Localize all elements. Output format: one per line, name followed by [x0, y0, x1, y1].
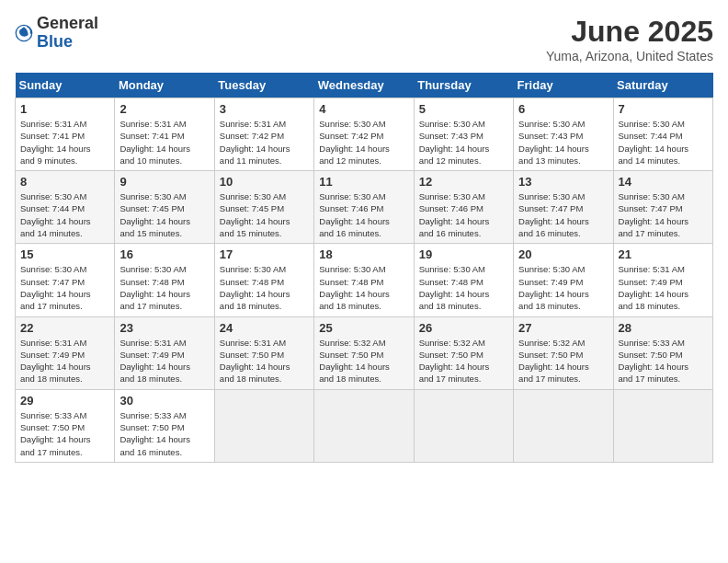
table-row: 7Sunrise: 5:30 AM Sunset: 7:44 PM Daylig… — [613, 98, 712, 171]
day-number: 26 — [419, 321, 508, 335]
table-row — [414, 389, 513, 462]
day-number: 14 — [619, 175, 708, 189]
table-row: 11Sunrise: 5:30 AM Sunset: 7:46 PM Dayli… — [314, 171, 414, 244]
table-row: 12Sunrise: 5:30 AM Sunset: 7:46 PM Dayli… — [414, 171, 513, 244]
table-row: 20Sunrise: 5:30 AM Sunset: 7:49 PM Dayli… — [514, 244, 613, 316]
calendar-week-row: 1Sunrise: 5:31 AM Sunset: 7:41 PM Daylig… — [16, 98, 713, 171]
page-header: General Blue June 2025 Yuma, Arizona, Un… — [15, 15, 713, 63]
calendar-week-row: 29Sunrise: 5:33 AM Sunset: 7:50 PM Dayli… — [16, 389, 713, 462]
logo-text: General Blue — [37, 15, 98, 52]
day-number: 19 — [419, 247, 508, 261]
day-info: Sunrise: 5:30 AM Sunset: 7:45 PM Dayligh… — [119, 190, 209, 239]
day-number: 6 — [518, 102, 608, 116]
day-info: Sunrise: 5:30 AM Sunset: 7:48 PM Dayligh… — [419, 263, 508, 312]
day-info: Sunrise: 5:30 AM Sunset: 7:49 PM Dayligh… — [518, 263, 608, 312]
day-number: 5 — [419, 102, 508, 116]
header-monday: Monday — [115, 73, 214, 98]
day-number: 11 — [319, 175, 408, 189]
calendar-week-row: 22Sunrise: 5:31 AM Sunset: 7:49 PM Dayli… — [16, 316, 713, 389]
day-number: 21 — [619, 247, 708, 261]
day-info: Sunrise: 5:30 AM Sunset: 7:47 PM Dayligh… — [619, 190, 708, 239]
table-row: 13Sunrise: 5:30 AM Sunset: 7:47 PM Dayli… — [514, 171, 613, 244]
table-row: 26Sunrise: 5:32 AM Sunset: 7:50 PM Dayli… — [414, 316, 513, 389]
table-row: 23Sunrise: 5:31 AM Sunset: 7:49 PM Dayli… — [115, 316, 214, 389]
table-row — [613, 389, 712, 462]
day-info: Sunrise: 5:33 AM Sunset: 7:50 PM Dayligh… — [619, 337, 708, 385]
day-info: Sunrise: 5:30 AM Sunset: 7:48 PM Dayligh… — [319, 263, 408, 312]
table-row: 21Sunrise: 5:31 AM Sunset: 7:49 PM Dayli… — [613, 244, 712, 316]
day-info: Sunrise: 5:30 AM Sunset: 7:48 PM Dayligh… — [220, 263, 309, 312]
table-row: 24Sunrise: 5:31 AM Sunset: 7:50 PM Dayli… — [214, 316, 313, 389]
logo-blue: Blue — [37, 33, 98, 52]
day-info: Sunrise: 5:31 AM Sunset: 7:49 PM Dayligh… — [20, 337, 109, 385]
day-number: 30 — [119, 394, 209, 408]
logo: General Blue — [15, 15, 98, 52]
table-row — [214, 389, 313, 462]
day-number: 3 — [220, 102, 309, 116]
table-row: 5Sunrise: 5:30 AM Sunset: 7:43 PM Daylig… — [414, 98, 513, 171]
day-number: 1 — [20, 102, 109, 116]
table-row: 3Sunrise: 5:31 AM Sunset: 7:42 PM Daylig… — [214, 98, 313, 171]
day-number: 28 — [619, 321, 708, 335]
header-sunday: Sunday — [16, 73, 115, 98]
day-info: Sunrise: 5:30 AM Sunset: 7:46 PM Dayligh… — [419, 190, 508, 239]
location-subtitle: Yuma, Arizona, United States — [546, 49, 713, 63]
logo-general: General — [37, 15, 98, 33]
header-tuesday: Tuesday — [214, 73, 313, 98]
month-title: June 2025 — [546, 15, 713, 49]
day-number: 20 — [518, 247, 608, 261]
day-number: 25 — [319, 321, 408, 335]
day-number: 13 — [518, 175, 608, 189]
day-number: 9 — [119, 175, 209, 189]
header-thursday: Thursday — [414, 73, 513, 98]
day-info: Sunrise: 5:30 AM Sunset: 7:43 PM Dayligh… — [419, 118, 508, 167]
calendar-table: Sunday Monday Tuesday Wednesday Thursday… — [15, 73, 713, 463]
day-number: 29 — [20, 394, 109, 408]
day-info: Sunrise: 5:31 AM Sunset: 7:41 PM Dayligh… — [119, 118, 209, 167]
table-row: 25Sunrise: 5:32 AM Sunset: 7:50 PM Dayli… — [314, 316, 414, 389]
day-number: 10 — [220, 175, 309, 189]
table-row: 18Sunrise: 5:30 AM Sunset: 7:48 PM Dayli… — [314, 244, 414, 316]
title-block: June 2025 Yuma, Arizona, United States — [546, 15, 713, 63]
table-row: 22Sunrise: 5:31 AM Sunset: 7:49 PM Dayli… — [16, 316, 115, 389]
header-wednesday: Wednesday — [314, 73, 414, 98]
day-info: Sunrise: 5:33 AM Sunset: 7:50 PM Dayligh… — [20, 409, 109, 458]
day-info: Sunrise: 5:30 AM Sunset: 7:45 PM Dayligh… — [220, 190, 309, 239]
table-row — [514, 389, 613, 462]
table-row: 10Sunrise: 5:30 AM Sunset: 7:45 PM Dayli… — [214, 171, 313, 244]
day-number: 27 — [518, 321, 608, 335]
calendar-header-row: Sunday Monday Tuesday Wednesday Thursday… — [16, 73, 713, 98]
day-info: Sunrise: 5:31 AM Sunset: 7:49 PM Dayligh… — [119, 337, 209, 385]
table-row: 1Sunrise: 5:31 AM Sunset: 7:41 PM Daylig… — [16, 98, 115, 171]
day-number: 7 — [619, 102, 708, 116]
table-row: 19Sunrise: 5:30 AM Sunset: 7:48 PM Dayli… — [414, 244, 513, 316]
table-row: 2Sunrise: 5:31 AM Sunset: 7:41 PM Daylig… — [115, 98, 214, 171]
table-row: 17Sunrise: 5:30 AM Sunset: 7:48 PM Dayli… — [214, 244, 313, 316]
day-number: 18 — [319, 247, 408, 261]
day-info: Sunrise: 5:30 AM Sunset: 7:42 PM Dayligh… — [319, 118, 408, 167]
day-info: Sunrise: 5:33 AM Sunset: 7:50 PM Dayligh… — [119, 409, 209, 458]
day-number: 17 — [220, 247, 309, 261]
day-info: Sunrise: 5:32 AM Sunset: 7:50 PM Dayligh… — [319, 337, 408, 385]
table-row: 16Sunrise: 5:30 AM Sunset: 7:48 PM Dayli… — [115, 244, 214, 316]
day-number: 12 — [419, 175, 508, 189]
table-row: 30Sunrise: 5:33 AM Sunset: 7:50 PM Dayli… — [115, 389, 214, 462]
day-number: 15 — [20, 247, 109, 261]
header-saturday: Saturday — [613, 73, 712, 98]
day-info: Sunrise: 5:30 AM Sunset: 7:47 PM Dayligh… — [518, 190, 608, 239]
day-info: Sunrise: 5:30 AM Sunset: 7:48 PM Dayligh… — [119, 263, 209, 312]
calendar-week-row: 15Sunrise: 5:30 AM Sunset: 7:47 PM Dayli… — [16, 244, 713, 316]
logo-icon — [15, 24, 33, 42]
table-row: 29Sunrise: 5:33 AM Sunset: 7:50 PM Dayli… — [16, 389, 115, 462]
day-info: Sunrise: 5:30 AM Sunset: 7:43 PM Dayligh… — [518, 118, 608, 167]
day-info: Sunrise: 5:30 AM Sunset: 7:47 PM Dayligh… — [20, 263, 109, 312]
table-row: 9Sunrise: 5:30 AM Sunset: 7:45 PM Daylig… — [115, 171, 214, 244]
table-row — [314, 389, 414, 462]
day-number: 8 — [20, 175, 109, 189]
day-info: Sunrise: 5:32 AM Sunset: 7:50 PM Dayligh… — [419, 337, 508, 385]
day-number: 24 — [220, 321, 309, 335]
header-friday: Friday — [514, 73, 613, 98]
day-number: 22 — [20, 321, 109, 335]
table-row: 14Sunrise: 5:30 AM Sunset: 7:47 PM Dayli… — [613, 171, 712, 244]
day-info: Sunrise: 5:30 AM Sunset: 7:44 PM Dayligh… — [20, 190, 109, 239]
